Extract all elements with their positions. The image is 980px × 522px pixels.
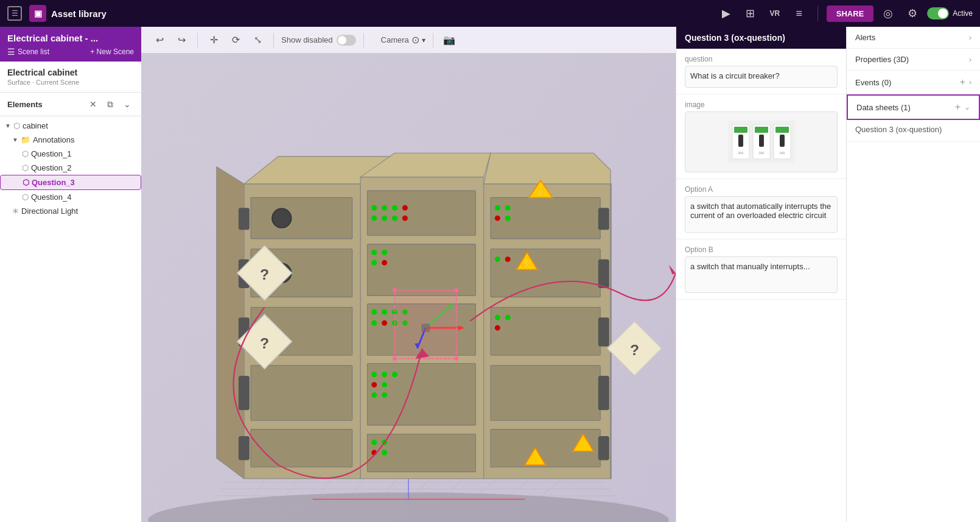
svg-point-76 bbox=[382, 450, 387, 456]
toolbar-divider4 bbox=[433, 33, 433, 48]
svg-point-66 bbox=[371, 372, 377, 377]
elements-header: Elements ✕ ⧉ ⌄ bbox=[0, 93, 141, 116]
active-toggle-switch[interactable] bbox=[927, 7, 949, 19]
question-panel-header: Question 3 (ox-question) bbox=[676, 27, 846, 49]
project-title: Electrical cabinet - ... bbox=[7, 33, 134, 43]
tree-item-question4[interactable]: ⬡ Question_4 bbox=[0, 190, 141, 204]
tree-item-cabinet[interactable]: ▼ ⬡ cabinet bbox=[0, 119, 141, 133]
svg-point-118 bbox=[393, 288, 397, 292]
svg-point-120 bbox=[393, 357, 397, 361]
properties-chevron: › bbox=[969, 55, 971, 64]
svg-rect-39 bbox=[239, 376, 250, 410]
undo-button[interactable]: ↩ bbox=[151, 32, 168, 49]
redo-button[interactable]: ↪ bbox=[173, 32, 190, 49]
svg-text:16A: 16A bbox=[738, 151, 744, 155]
svg-point-121 bbox=[454, 357, 458, 361]
data-sheets-row[interactable]: Data sheets (1) + ⌄ bbox=[847, 94, 980, 120]
svg-point-89 bbox=[495, 216, 500, 221]
svg-point-50 bbox=[371, 216, 377, 221]
annotation-icon: ⬡ bbox=[22, 163, 29, 172]
left-panel: Electrical cabinet - ... ☰ Scene list + … bbox=[0, 27, 141, 522]
option-b-field[interactable]: a switch that manually interrupts... bbox=[685, 256, 838, 293]
alerts-row[interactable]: Alerts › bbox=[847, 27, 980, 49]
svg-rect-86 bbox=[598, 436, 609, 460]
play-button[interactable]: ▶ bbox=[716, 4, 736, 23]
expand-elements-button[interactable]: ⌄ bbox=[121, 97, 134, 111]
svg-rect-83 bbox=[598, 259, 609, 288]
camera-chevron[interactable]: ▾ bbox=[422, 36, 425, 44]
vr-button[interactable]: VR bbox=[765, 4, 785, 23]
svg-rect-31 bbox=[251, 197, 352, 239]
scale-button[interactable]: ⤡ bbox=[249, 32, 266, 49]
doc-button[interactable]: ≡ bbox=[789, 4, 809, 23]
active-label: Active bbox=[953, 9, 973, 18]
grid-button[interactable]: ⊞ bbox=[741, 4, 760, 23]
screenshot-button[interactable]: 📷 bbox=[441, 32, 458, 49]
move-button[interactable]: ✛ bbox=[205, 32, 222, 49]
show-disabled-toggle[interactable] bbox=[337, 35, 356, 46]
svg-point-48 bbox=[392, 205, 397, 211]
circuit-breaker-image: 16A 16A 16A bbox=[725, 118, 798, 166]
svg-point-95 bbox=[495, 325, 500, 331]
svg-rect-80 bbox=[491, 365, 600, 420]
svg-point-47 bbox=[382, 205, 387, 211]
alerts-label: Alerts bbox=[855, 33, 969, 42]
option-b-section: Option B a switch that manually interrup… bbox=[676, 239, 846, 300]
events-plus[interactable]: + bbox=[960, 77, 965, 88]
app-name: Asset library bbox=[51, 9, 107, 19]
active-toggle: Active bbox=[927, 7, 973, 19]
camera-label: Camera bbox=[381, 35, 409, 44]
tree-item-question3[interactable]: ⬡ Question_3 bbox=[0, 175, 141, 190]
events-row[interactable]: Events (0) + › bbox=[847, 71, 980, 94]
toolbar-divider2 bbox=[273, 33, 274, 48]
properties-label: Properties (3D) bbox=[855, 55, 969, 64]
option-a-field[interactable]: a switch that automatically interrupts t… bbox=[685, 196, 838, 233]
svg-point-53 bbox=[402, 216, 408, 221]
svg-point-55 bbox=[382, 250, 387, 255]
svg-marker-29 bbox=[484, 153, 611, 184]
question-section: question What is a circuit breaker? bbox=[676, 49, 846, 94]
rotate-button[interactable]: ⟳ bbox=[227, 32, 244, 49]
camera-icon: ⊙ bbox=[411, 34, 419, 46]
arrow-icon: ▼ bbox=[5, 122, 11, 129]
svg-point-73 bbox=[371, 440, 377, 445]
target-button[interactable]: ◎ bbox=[878, 4, 898, 23]
svg-text:16A: 16A bbox=[758, 151, 765, 155]
properties-row[interactable]: Properties (3D) › bbox=[847, 49, 980, 71]
svg-rect-131 bbox=[738, 135, 743, 147]
svg-point-69 bbox=[371, 382, 377, 387]
scene-list-button[interactable]: ☰ Scene list bbox=[7, 47, 49, 57]
elements-tree: ▼ ⬡ cabinet ▼ 📁 Annotations ⬡ Question_1… bbox=[0, 116, 141, 522]
svg-rect-79 bbox=[491, 307, 600, 355]
question-field[interactable]: What is a circuit breaker? bbox=[685, 66, 838, 88]
viewport[interactable]: ⚡ ⚡ ? ? bbox=[141, 54, 676, 522]
svg-point-63 bbox=[382, 320, 387, 326]
file-icon[interactable]: ☰ bbox=[7, 6, 22, 21]
option-b-label: Option B bbox=[685, 245, 838, 254]
alerts-chevron: › bbox=[969, 34, 971, 42]
new-scene-button[interactable]: + New Scene bbox=[90, 48, 134, 56]
logo-icon: ▣ bbox=[29, 5, 46, 22]
tree-item-dirlight[interactable]: ✳ Directional Light bbox=[0, 204, 141, 218]
svg-point-88 bbox=[505, 205, 511, 211]
svg-point-72 bbox=[382, 392, 387, 398]
gear-button[interactable]: ⚙ bbox=[903, 4, 922, 23]
toolbar: ↩ ↪ ✛ ⟳ ⤡ Show disabled Camera ⊙ ▾ 📷 bbox=[141, 27, 676, 54]
center-area: ↩ ↪ ✛ ⟳ ⤡ Show disabled Camera ⊙ ▾ 📷 bbox=[141, 27, 676, 522]
close-elements-button[interactable]: ✕ bbox=[86, 97, 100, 111]
save-elements-button[interactable]: ⧉ bbox=[103, 97, 117, 111]
svg-rect-82 bbox=[598, 208, 609, 230]
data-sheet-item[interactable]: Question 3 (ox-question) bbox=[847, 120, 980, 142]
tree-item-question2[interactable]: ⬡ Question_2 bbox=[0, 161, 141, 175]
svg-point-59 bbox=[382, 309, 387, 315]
data-sheets-plus[interactable]: + bbox=[955, 102, 961, 113]
svg-point-93 bbox=[495, 315, 500, 320]
share-button[interactable]: SHARE bbox=[827, 5, 874, 22]
tree-item-annotations[interactable]: ▼ 📁 Annotations bbox=[0, 133, 141, 147]
svg-text:?: ? bbox=[260, 335, 269, 351]
tree-item-question1[interactable]: ⬡ Question_1 bbox=[0, 147, 141, 161]
arrow-icon: ▼ bbox=[12, 136, 18, 143]
elements-label: Elements bbox=[7, 100, 83, 109]
events-label: Events (0) bbox=[855, 78, 960, 87]
svg-point-52 bbox=[392, 216, 397, 221]
